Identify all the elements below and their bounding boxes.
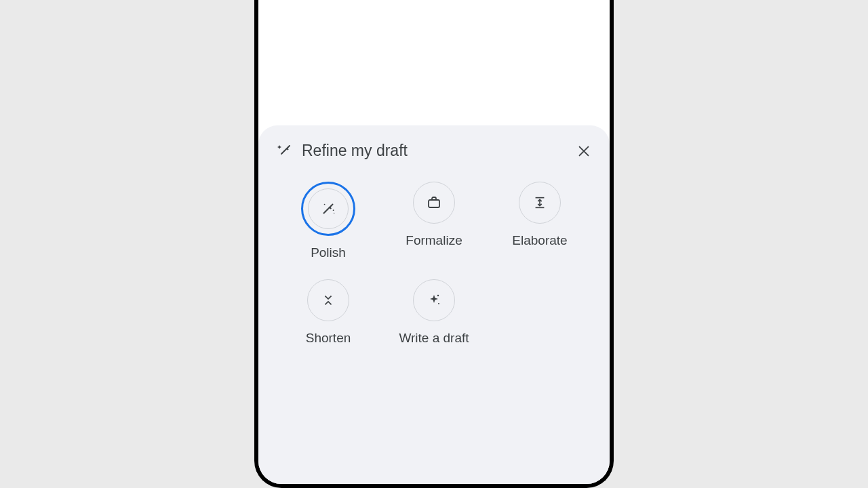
phone-frame: Refine my draft [254, 0, 614, 488]
sparkle-icon [426, 292, 442, 308]
svg-point-8 [334, 213, 334, 214]
svg-point-14 [438, 303, 439, 304]
svg-point-13 [437, 295, 439, 296]
option-formalize[interactable]: Formalize [384, 182, 484, 260]
option-write-draft-label: Write a draft [399, 331, 469, 346]
option-write-draft[interactable]: Write a draft [384, 279, 484, 346]
magic-wand-icon [276, 143, 292, 159]
option-polish-circle [301, 182, 355, 236]
svg-line-0 [281, 146, 290, 154]
collapse-icon [321, 293, 336, 308]
sheet-title: Refine my draft [302, 142, 566, 160]
option-shorten[interactable]: Shorten [279, 279, 378, 346]
options-grid: Polish Formalize [272, 182, 596, 346]
svg-line-1 [287, 148, 288, 150]
svg-point-7 [333, 209, 334, 211]
close-button[interactable] [576, 143, 592, 159]
briefcase-icon [426, 195, 442, 211]
option-elaborate[interactable]: Elaborate [490, 182, 589, 260]
option-shorten-label: Shorten [306, 331, 351, 346]
close-icon [576, 144, 591, 159]
option-formalize-label: Formalize [406, 233, 462, 248]
svg-point-6 [324, 204, 326, 205]
polish-icon [319, 200, 337, 218]
svg-rect-9 [429, 200, 439, 207]
option-write-draft-circle [413, 279, 455, 321]
option-shorten-circle [307, 279, 349, 321]
option-elaborate-label: Elaborate [512, 233, 567, 248]
expand-icon [532, 195, 547, 210]
option-elaborate-circle [519, 182, 561, 224]
svg-line-5 [330, 207, 331, 209]
option-formalize-circle [413, 182, 455, 224]
content-area [258, 0, 610, 125]
svg-line-4 [324, 205, 333, 214]
refine-draft-sheet: Refine my draft [258, 125, 610, 484]
option-polish[interactable]: Polish [279, 182, 378, 260]
option-polish-label: Polish [311, 245, 346, 260]
sheet-header: Refine my draft [272, 142, 596, 160]
